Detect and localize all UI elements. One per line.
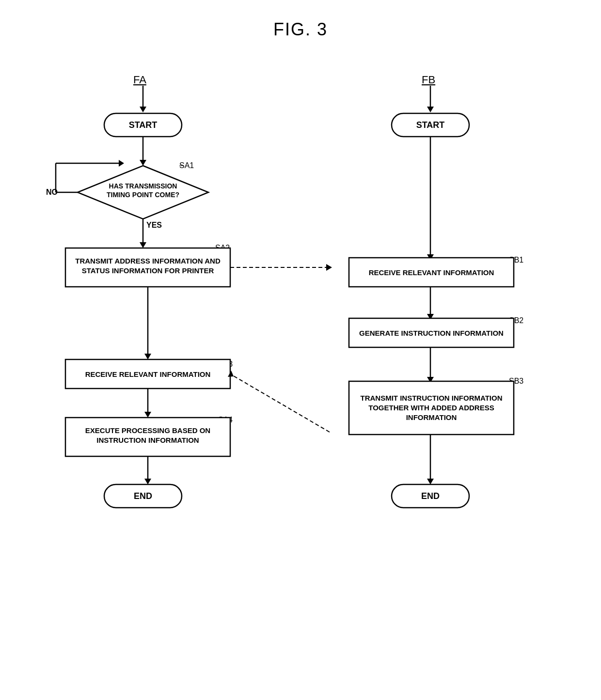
sa3-rect [65, 359, 230, 389]
page-title: FIG. 3 [0, 0, 601, 40]
sa3-text: RECEIVE RELEVANT INFORMATION [85, 370, 211, 378]
sa2-rect [65, 248, 230, 287]
flowchart-svg: FA START SA1 HAS TRANSMISSION TIMING POI… [29, 69, 572, 679]
sa2-text-1: TRANSMIT ADDRESS INFORMATION AND [75, 257, 221, 265]
sa4-text-1: EXECUTE PROCESSING BASED ON [85, 426, 210, 435]
svg-marker-14 [326, 264, 332, 271]
sb3-rect [349, 381, 514, 435]
left-end-label: END [134, 491, 152, 501]
sa1-label: SA1 [179, 161, 194, 170]
sa2-text-2: STATUS INFORMATION FOR PRINTER [82, 266, 214, 275]
svg-marker-30 [427, 314, 434, 320]
sb3-label: SB3 [509, 377, 523, 385]
no-label: NO [46, 188, 58, 196]
svg-rect-26 [392, 113, 469, 137]
sa2-label: SA2 [215, 244, 230, 252]
svg-rect-2 [104, 113, 182, 137]
sb3-text-1: TRANSMIT INSTRUCTION INFORMATION [360, 394, 502, 402]
sb1-label: SB1 [509, 256, 523, 264]
svg-marker-9 [119, 160, 124, 167]
svg-marker-22 [144, 479, 151, 484]
sa3-label: SA3 [218, 360, 233, 368]
svg-marker-18 [228, 371, 234, 377]
svg-line-17 [230, 374, 330, 432]
sa1-text-2: TIMING POINT COME? [107, 191, 179, 199]
sa4-label: SA4 [218, 416, 233, 424]
fb-label: FB [422, 74, 435, 86]
sb3-text-2: TOGETHER WITH ADDED ADDRESS [368, 404, 494, 412]
diagram-container: FA START SA1 HAS TRANSMISSION TIMING POI… [29, 69, 572, 679]
fa-label: FA [133, 74, 146, 86]
sa1-diamond [78, 166, 208, 219]
svg-marker-20 [144, 412, 151, 418]
svg-marker-16 [144, 354, 151, 359]
right-end-label: END [421, 491, 440, 501]
sb2-text: GENERATE INSTRUCTION INFORMATION [359, 329, 504, 337]
sa4-rect [65, 418, 230, 456]
svg-marker-28 [427, 254, 434, 260]
sa1-text-1: HAS TRANSMISSION [109, 182, 177, 190]
svg-marker-4 [140, 160, 146, 166]
svg-marker-32 [427, 377, 434, 383]
svg-marker-1 [140, 107, 146, 112]
sb2-label: SB2 [509, 316, 523, 325]
sb1-text: RECEIVE RELEVANT INFORMATION [369, 268, 494, 277]
svg-marker-11 [140, 242, 146, 248]
svg-marker-25 [427, 107, 434, 112]
left-start-label: START [129, 120, 158, 130]
sb1-rect [349, 258, 514, 287]
yes-label: YES [146, 221, 162, 229]
right-start-label: START [416, 120, 445, 130]
sa4-text-2: INSTRUCTION INFORMATION [96, 436, 199, 444]
svg-rect-23 [104, 484, 182, 508]
svg-marker-34 [427, 479, 434, 484]
sb3-text-3: INFORMATION [406, 413, 457, 421]
svg-rect-35 [392, 484, 469, 508]
sb2-rect [349, 318, 514, 347]
